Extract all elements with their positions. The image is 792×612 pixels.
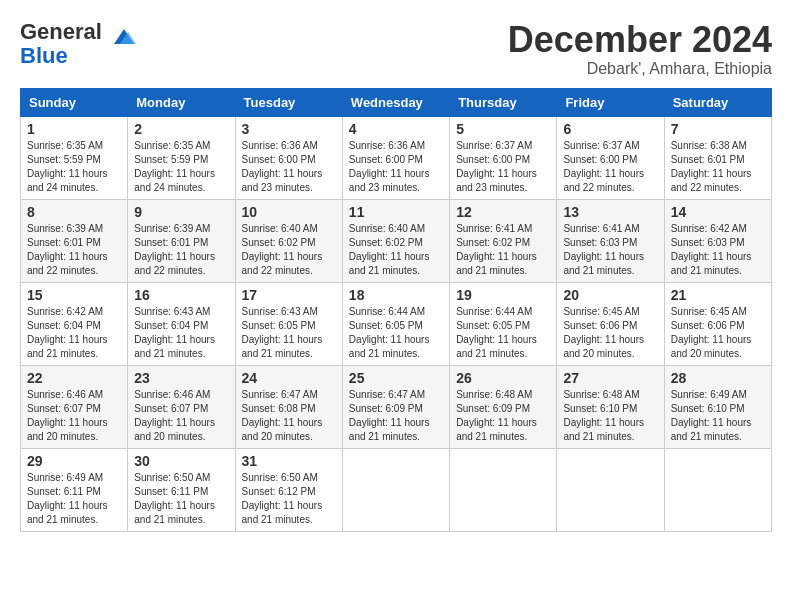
calendar-table: SundayMondayTuesdayWednesdayThursdayFrid… [20,88,772,532]
calendar-cell: 4Sunrise: 6:36 AMSunset: 6:00 PMDaylight… [342,116,449,199]
day-number: 24 [242,370,336,386]
day-info: Sunrise: 6:41 AMSunset: 6:03 PMDaylight:… [563,222,657,278]
day-number: 21 [671,287,765,303]
calendar-week-1: 1Sunrise: 6:35 AMSunset: 5:59 PMDaylight… [21,116,772,199]
location: Debark', Amhara, Ethiopia [508,60,772,78]
calendar-cell: 11Sunrise: 6:40 AMSunset: 6:02 PMDayligh… [342,199,449,282]
calendar-cell: 25Sunrise: 6:47 AMSunset: 6:09 PMDayligh… [342,365,449,448]
day-info: Sunrise: 6:38 AMSunset: 6:01 PMDaylight:… [671,139,765,195]
day-number: 5 [456,121,550,137]
day-info: Sunrise: 6:35 AMSunset: 5:59 PMDaylight:… [27,139,121,195]
day-number: 7 [671,121,765,137]
calendar-cell: 17Sunrise: 6:43 AMSunset: 6:05 PMDayligh… [235,282,342,365]
day-info: Sunrise: 6:45 AMSunset: 6:06 PMDaylight:… [671,305,765,361]
day-number: 9 [134,204,228,220]
calendar-cell: 7Sunrise: 6:38 AMSunset: 6:01 PMDaylight… [664,116,771,199]
calendar-cell [557,448,664,531]
day-number: 11 [349,204,443,220]
day-info: Sunrise: 6:36 AMSunset: 6:00 PMDaylight:… [242,139,336,195]
day-info: Sunrise: 6:49 AMSunset: 6:10 PMDaylight:… [671,388,765,444]
calendar-cell: 30Sunrise: 6:50 AMSunset: 6:11 PMDayligh… [128,448,235,531]
calendar-cell: 1Sunrise: 6:35 AMSunset: 5:59 PMDaylight… [21,116,128,199]
day-number: 26 [456,370,550,386]
day-info: Sunrise: 6:42 AMSunset: 6:04 PMDaylight:… [27,305,121,361]
day-number: 23 [134,370,228,386]
day-number: 31 [242,453,336,469]
day-number: 28 [671,370,765,386]
day-number: 27 [563,370,657,386]
column-header-thursday: Thursday [450,88,557,116]
calendar-cell: 8Sunrise: 6:39 AMSunset: 6:01 PMDaylight… [21,199,128,282]
day-info: Sunrise: 6:40 AMSunset: 6:02 PMDaylight:… [242,222,336,278]
calendar-cell: 21Sunrise: 6:45 AMSunset: 6:06 PMDayligh… [664,282,771,365]
calendar-cell: 28Sunrise: 6:49 AMSunset: 6:10 PMDayligh… [664,365,771,448]
day-info: Sunrise: 6:48 AMSunset: 6:10 PMDaylight:… [563,388,657,444]
day-info: Sunrise: 6:39 AMSunset: 6:01 PMDaylight:… [27,222,121,278]
day-number: 1 [27,121,121,137]
calendar-cell: 23Sunrise: 6:46 AMSunset: 6:07 PMDayligh… [128,365,235,448]
day-info: Sunrise: 6:37 AMSunset: 6:00 PMDaylight:… [563,139,657,195]
day-info: Sunrise: 6:46 AMSunset: 6:07 PMDaylight:… [134,388,228,444]
calendar-cell: 3Sunrise: 6:36 AMSunset: 6:00 PMDaylight… [235,116,342,199]
column-header-monday: Monday [128,88,235,116]
day-number: 3 [242,121,336,137]
page-header: General Blue December 2024 Debark', Amha… [20,20,772,78]
day-info: Sunrise: 6:48 AMSunset: 6:09 PMDaylight:… [456,388,550,444]
day-info: Sunrise: 6:50 AMSunset: 6:11 PMDaylight:… [134,471,228,527]
day-info: Sunrise: 6:41 AMSunset: 6:02 PMDaylight:… [456,222,550,278]
title-block: December 2024 Debark', Amhara, Ethiopia [508,20,772,78]
column-header-sunday: Sunday [21,88,128,116]
day-number: 17 [242,287,336,303]
calendar-week-2: 8Sunrise: 6:39 AMSunset: 6:01 PMDaylight… [21,199,772,282]
calendar-cell: 19Sunrise: 6:44 AMSunset: 6:05 PMDayligh… [450,282,557,365]
calendar-cell: 18Sunrise: 6:44 AMSunset: 6:05 PMDayligh… [342,282,449,365]
day-info: Sunrise: 6:35 AMSunset: 5:59 PMDaylight:… [134,139,228,195]
day-info: Sunrise: 6:47 AMSunset: 6:09 PMDaylight:… [349,388,443,444]
day-number: 20 [563,287,657,303]
calendar-cell: 22Sunrise: 6:46 AMSunset: 6:07 PMDayligh… [21,365,128,448]
column-header-wednesday: Wednesday [342,88,449,116]
calendar-header-row: SundayMondayTuesdayWednesdayThursdayFrid… [21,88,772,116]
day-info: Sunrise: 6:44 AMSunset: 6:05 PMDaylight:… [456,305,550,361]
calendar-cell: 15Sunrise: 6:42 AMSunset: 6:04 PMDayligh… [21,282,128,365]
calendar-cell: 12Sunrise: 6:41 AMSunset: 6:02 PMDayligh… [450,199,557,282]
day-number: 6 [563,121,657,137]
calendar-cell: 13Sunrise: 6:41 AMSunset: 6:03 PMDayligh… [557,199,664,282]
day-number: 25 [349,370,443,386]
day-info: Sunrise: 6:40 AMSunset: 6:02 PMDaylight:… [349,222,443,278]
day-info: Sunrise: 6:42 AMSunset: 6:03 PMDaylight:… [671,222,765,278]
calendar-cell: 26Sunrise: 6:48 AMSunset: 6:09 PMDayligh… [450,365,557,448]
day-number: 18 [349,287,443,303]
day-number: 29 [27,453,121,469]
day-info: Sunrise: 6:43 AMSunset: 6:05 PMDaylight:… [242,305,336,361]
day-number: 10 [242,204,336,220]
day-info: Sunrise: 6:36 AMSunset: 6:00 PMDaylight:… [349,139,443,195]
day-info: Sunrise: 6:46 AMSunset: 6:07 PMDaylight:… [27,388,121,444]
calendar-week-5: 29Sunrise: 6:49 AMSunset: 6:11 PMDayligh… [21,448,772,531]
day-info: Sunrise: 6:49 AMSunset: 6:11 PMDaylight:… [27,471,121,527]
column-header-saturday: Saturday [664,88,771,116]
day-number: 14 [671,204,765,220]
day-number: 13 [563,204,657,220]
day-info: Sunrise: 6:39 AMSunset: 6:01 PMDaylight:… [134,222,228,278]
calendar-cell: 27Sunrise: 6:48 AMSunset: 6:10 PMDayligh… [557,365,664,448]
day-number: 30 [134,453,228,469]
logo: General Blue [20,20,136,68]
day-info: Sunrise: 6:47 AMSunset: 6:08 PMDaylight:… [242,388,336,444]
calendar-cell [342,448,449,531]
calendar-cell: 14Sunrise: 6:42 AMSunset: 6:03 PMDayligh… [664,199,771,282]
day-number: 19 [456,287,550,303]
day-info: Sunrise: 6:43 AMSunset: 6:04 PMDaylight:… [134,305,228,361]
calendar-cell: 31Sunrise: 6:50 AMSunset: 6:12 PMDayligh… [235,448,342,531]
calendar-cell: 10Sunrise: 6:40 AMSunset: 6:02 PMDayligh… [235,199,342,282]
calendar-cell: 2Sunrise: 6:35 AMSunset: 5:59 PMDaylight… [128,116,235,199]
day-info: Sunrise: 6:37 AMSunset: 6:00 PMDaylight:… [456,139,550,195]
logo-text: General Blue [20,20,102,68]
day-number: 2 [134,121,228,137]
calendar-cell: 16Sunrise: 6:43 AMSunset: 6:04 PMDayligh… [128,282,235,365]
month-title: December 2024 [508,20,772,60]
column-header-friday: Friday [557,88,664,116]
day-info: Sunrise: 6:44 AMSunset: 6:05 PMDaylight:… [349,305,443,361]
calendar-cell [664,448,771,531]
day-number: 4 [349,121,443,137]
